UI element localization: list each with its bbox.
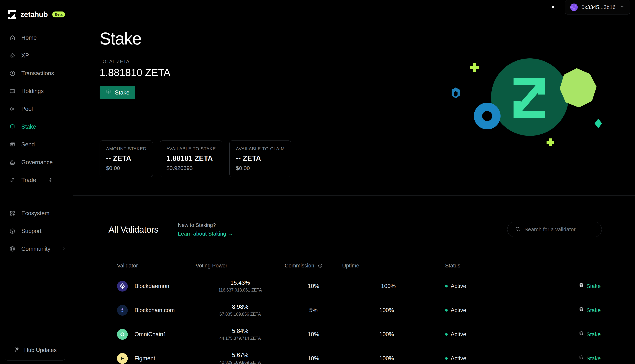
commission-value: 10% [285,283,342,290]
xp-diamond-icon [9,52,16,59]
status-dot [445,333,448,336]
sidebar-item-home[interactable]: Home [0,29,73,47]
sidebar-item-ecosystem[interactable]: Ecosystem [0,204,73,222]
coins-stack-icon [9,124,16,130]
sidebar-item-holdings[interactable]: Holdings [0,82,73,100]
learn-about-staking-link[interactable]: Learn about Staking → [178,231,233,237]
card-label: AMOUNT STAKED [106,146,146,152]
figment-avatar: F [117,353,128,364]
commission-value: 10% [285,331,342,338]
sidebar-item-trade[interactable]: Trade [0,171,73,189]
status-dot [445,309,448,312]
sort-desc-icon: ↓ [231,263,233,269]
send-cash-icon [9,142,16,148]
stake-link-label: Stake [586,307,601,314]
stake-summary-cards: AMOUNT STAKED -- ZETA $0.00 AVAILABLE TO… [100,140,635,177]
coins-stack-icon [579,355,584,362]
stake-link-label: Stake [586,355,601,362]
search-input[interactable] [524,226,596,232]
coins-stack-icon [579,283,584,290]
stake-action[interactable]: Stake [509,307,602,314]
app-root: zetahub Beta Home XP Transactions [0,0,635,364]
sidebar-nav-secondary: Ecosystem Support Community [0,204,73,258]
commission-value: 10% [285,355,342,362]
col-validator: Validator [109,262,196,269]
commission-value: 5% [285,307,342,314]
validators-table: Validator Voting Power ↓ Commission Upti… [109,258,602,364]
beta-badge: Beta [52,12,65,18]
validators-section: All Validators New to Staking? Learn abo… [73,196,635,364]
sidebar-item-xp[interactable]: XP [0,47,73,64]
sidebar-item-label: XP [21,52,29,59]
new-to-staking-text: New to Staking? [178,222,233,228]
sidebar-item-label: Home [21,34,37,41]
wallet-button[interactable]: 0x3345...3b16 [565,0,630,14]
validator-search-box[interactable] [507,222,602,237]
status-dot [445,285,448,288]
ecosystem-grid-icon [9,210,16,216]
wallet-avatar [570,4,578,11]
sidebar-item-community[interactable]: Community [0,240,73,258]
voting-power-pct: 5.67% [232,352,248,358]
available-to-stake-card: AVAILABLE TO STAKE 1.88181 ZETA $0.92039… [160,140,222,177]
voting-power-pct: 15.43% [230,280,250,286]
blockdaemon-avatar [117,281,128,292]
brand-name: zetahub [21,10,48,19]
sidebar-item-transactions[interactable]: Transactions [0,64,73,82]
card-usd: $0.00 [106,165,146,171]
card-value: -- ZETA [236,154,285,162]
search-icon [515,226,521,233]
stake-button-label: Stake [115,89,130,96]
sidebar-nav-main: Home XP Transactions Holdings Po [0,29,73,189]
col-status: Status [431,262,509,269]
avatar-letter: F [121,355,124,362]
zetahub-logo-icon [8,10,16,19]
page-title: Stake [100,29,635,48]
col-voting-power[interactable]: Voting Power ↓ [196,262,285,269]
uptime-value: 100% [342,355,431,362]
sidebar-item-pool[interactable]: Pool [0,100,73,118]
voting-power-zeta: 42,829,169.869 ZETA [219,360,261,364]
wallet-address: 0x3345...3b16 [581,4,615,10]
external-link-icon [47,177,52,183]
total-zeta-label: TOTAL ZETA [100,59,635,64]
stake-action[interactable]: Stake [509,331,602,338]
sidebar-item-stake[interactable]: Stake [0,118,73,136]
validator-name: Figment [135,355,155,362]
card-usd: $0.920393 [166,165,216,171]
hub-updates-button[interactable]: Hub Updates [5,340,65,360]
sidebar: zetahub Beta Home XP Transactions [0,0,73,364]
coins-stack-icon [579,307,584,314]
validator-row-omnichain1: O OmniChain1 5.84% 44,175,379.714 ZETA 1… [109,322,602,346]
info-icon[interactable] [318,263,323,268]
sidebar-item-support[interactable]: Support [0,222,73,240]
sidebar-item-label: Ecosystem [21,210,50,217]
sidebar-item-send[interactable]: Send [0,136,73,154]
globe-icon [9,246,16,252]
status-label: Active [451,331,466,338]
voting-power-zeta: 116,637,018.061 ZETA [219,288,262,293]
table-header-row: Validator Voting Power ↓ Commission Upti… [109,258,602,274]
stake-action[interactable]: Stake [509,283,602,290]
stake-action[interactable]: Stake [509,355,602,362]
available-to-claim-card: AVAILABLE TO CLAIM -- ZETA $0.00 [229,140,291,177]
card-usd: $0.00 [236,165,285,171]
main-content: 0x3345...3b16 Stake TOTAL ZETA 1.881810 … [73,0,635,364]
stake-link-label: Stake [586,283,601,289]
coins-stack-icon [106,89,112,96]
status-label: Active [451,355,466,362]
validator-name: OmniChain1 [135,331,166,338]
sidebar-item-label: Support [21,228,42,234]
brand-logo[interactable]: zetahub Beta [0,0,73,22]
question-circle-icon [9,228,16,234]
sidebar-item-governance[interactable]: Governance [0,154,73,171]
validator-name: Blockchain.com [135,307,175,314]
uptime-value: 100% [342,307,431,314]
governance-icon [9,159,16,166]
voting-power-pct: 5.84% [232,328,248,334]
sidebar-item-label: Governance [21,159,53,166]
avatar-letter: O [120,331,125,338]
col-commission: Commission [285,262,342,269]
stake-button[interactable]: Stake [100,86,135,99]
theme-toggle-button[interactable] [548,2,558,13]
